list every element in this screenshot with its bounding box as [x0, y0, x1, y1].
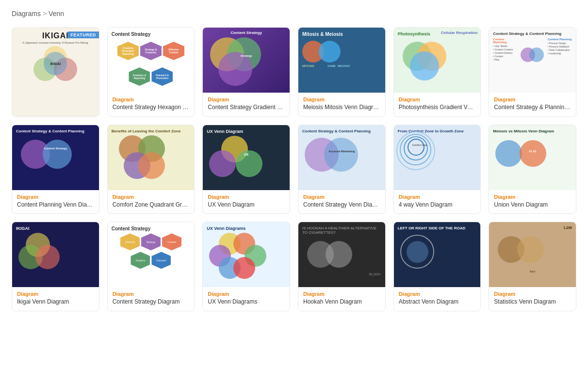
thumb-title: Content Strategy & Content Planning [302, 129, 381, 133]
card-title: Content Strategy & Planning Ve... [494, 104, 571, 112]
label-same: SAME [327, 64, 336, 67]
card-row3-2[interactable]: Content Strategy Creativity Strategy Con… [107, 222, 195, 311]
card-comfort-zone[interactable]: Benefits of Leaving the Comfort Zone Dia… [107, 125, 195, 214]
thumb-label: BBA [493, 270, 572, 273]
venn-area: 01 02 [493, 135, 572, 179]
stat: 90,000+ [302, 273, 381, 276]
venn-area [398, 39, 477, 78]
card-title: 4 way Venn Diagram [399, 201, 476, 209]
card-ikigai[interactable]: FEATURED IKIGAI A Japanese concept meani… [12, 27, 99, 117]
card-photosynthesis[interactable]: Photosynthesis Cellular Respiration Diag… [393, 27, 481, 117]
thumb-inner: UX Venn Diagram UX [203, 125, 290, 183]
label-row: MITOSIS SAME MEIOSIS [302, 64, 381, 67]
c6 [233, 257, 255, 279]
center-label: Strategy [241, 54, 252, 57]
thumb-inner: Benefits of Leaving the Comfort Zone [108, 125, 195, 183]
card-thumb: Content Strategy Strategy [203, 28, 290, 93]
card-cs-planning[interactable]: Content Strategy & Content Planning Cont… [489, 27, 576, 117]
card-meiosis[interactable]: Mitosis & Meiosis MITOSIS SAME MEIOSIS D… [298, 27, 386, 117]
columns: Content Marketing • User Needs• Content … [493, 38, 572, 62]
venn-area: Content Strategy [16, 137, 95, 171]
thumb-title: Content Strategy & Content Planning [493, 32, 572, 36]
col-marketing: Content Marketing • User Needs• Content … [493, 38, 517, 62]
thumb-title: Content Strategy [112, 32, 191, 37]
center-label: Content Strategy [44, 147, 67, 150]
card-row3-4[interactable]: IS HOOKAH A HEALTHIER ALTERNATIVE TO CIG… [298, 222, 386, 311]
card-thumb: 1,206 BBA [489, 222, 576, 287]
breadcrumb-current: Venn [49, 10, 64, 17]
card-title: Content Strategy Diagram [113, 298, 190, 306]
col-title: Content Marketing [493, 38, 517, 44]
thumb-inner: Meiosis vs Mitosis Venn Diagram 01 02 [489, 125, 576, 183]
venn-area: UX [207, 136, 286, 179]
card-row3-3[interactable]: UX Venn Diagrams Diagram UX Venn Diagram… [202, 222, 290, 311]
thumb-subtitle: A Japanese concept meaning 'A Reason For… [22, 41, 88, 44]
breadcrumb-separator: > [43, 10, 47, 17]
thumb-inner: LEFT OR RIGHT SIDE OF THE ROAD [394, 222, 481, 275]
card-cs-venn2[interactable]: Content Strategy & Content Planning Acco… [298, 125, 386, 214]
card-thumb: Content Strategy & Content Planning Acco… [298, 125, 385, 190]
card-row3-6[interactable]: 1,206 BBA Diagram Statistics Venn Diagra… [489, 222, 576, 311]
card-title: Statistics Venn Diagram [494, 298, 571, 306]
card-type: Diagram [494, 97, 571, 102]
card-content-planning-venn[interactable]: Content Strategy & Content Planning Cont… [12, 125, 99, 214]
card-type: Diagram [399, 97, 476, 102]
card-thumb: Content Strategy Creativity Promotion Re… [108, 28, 195, 93]
card-content-strategy-gradient[interactable]: Content Strategy Strategy Diagram Conten… [202, 27, 290, 117]
venn-area: Account Marketing [302, 135, 381, 179]
breadcrumb-parent[interactable]: Diagrams [12, 10, 41, 17]
col-planning: Content Planning • Process Design• Perso… [548, 38, 572, 62]
card-union-venn[interactable]: Meiosis vs Mitosis Venn Diagram 01 02 Di… [489, 125, 576, 214]
venn-center [521, 38, 545, 62]
thumb-inner: Content Strategy Creativity Strategy Con… [108, 222, 195, 273]
card-ux-venn[interactable]: UX Venn Diagram UX Diagram UX Venn Diagr… [202, 125, 290, 214]
card-type: Diagram [399, 194, 476, 200]
hex-1: Creativity [120, 233, 140, 250]
thumb-title: Content Strategy [112, 226, 191, 231]
circle-inner [407, 241, 428, 263]
card-info: Diagram Content Planning Venn Diagram [12, 190, 99, 214]
card-type: Diagram [113, 291, 190, 297]
card-content-strategy-hex[interactable]: Content Strategy Creativity Promotion Re… [107, 27, 195, 117]
col-items: • Process Design• Persona Validation• Te… [548, 42, 572, 55]
hex-strategy: Strategy & Creativity [140, 42, 162, 60]
thumb-question: IS HOOKAH A HEALTHIER ALTERNATIVE TO CIG… [302, 226, 381, 235]
card-title: Hookah Venn Diagram [303, 298, 380, 306]
zone-label: Comfort Zone [412, 144, 427, 146]
circle-right [529, 48, 544, 62]
card-title: Content Strategy Hexagon Venn... [113, 104, 190, 112]
thumb-title: IKIGAI [42, 32, 69, 40]
card-info: Diagram Ikigai Venn Diagram [12, 287, 99, 311]
venn-row [302, 41, 381, 63]
breadcrumb: Diagrams > Venn [12, 10, 576, 17]
venn-area [302, 239, 381, 273]
card-title: UX Venn Diagram [208, 201, 285, 209]
card-row3-5[interactable]: LEFT OR RIGHT SIDE OF THE ROAD Diagram A… [393, 222, 481, 311]
circle-meiosis [495, 140, 522, 167]
card-type: Diagram [17, 291, 94, 297]
card-title: Ikigai Venn Diagram [17, 298, 94, 306]
circle-3 [410, 51, 439, 81]
thumb-inner: Photosynthesis [394, 28, 481, 82]
card-info: Diagram Comfort Zone Quadrant Graph [108, 190, 195, 214]
circle-visual [236, 150, 262, 177]
card-info: Diagram Statistics Venn Diagram [489, 287, 576, 311]
venn-area [16, 233, 95, 272]
thumb-inner: UX Venn Diagrams [203, 222, 290, 280]
card-thumb: IKIGAI [12, 222, 99, 287]
label-mitosis: MITOSIS [302, 64, 321, 67]
hex-5: Outreach [151, 252, 171, 269]
card-title: Comfort Zone Quadrant Graph [113, 201, 190, 209]
thumb-inner: From Comfort Zone to Growth Zone Comfort… [394, 125, 481, 179]
overlap-label: 01 02 [529, 150, 536, 153]
card-row3-1[interactable]: IKIGAI Diagram Ikigai Venn Diagram [12, 222, 99, 311]
card-thumb: Meiosis vs Mitosis Venn Diagram 01 02 [489, 125, 576, 190]
card-title: UX Venn Diagrams [208, 298, 285, 306]
card-thumb: Content Strategy & Content Planning Cont… [12, 125, 99, 190]
thumb-inner: Content Strategy & Content Planning Cont… [12, 125, 99, 175]
card-4way-venn[interactable]: From Comfort Zone to Growth Zone Comfort… [393, 125, 481, 214]
circle-2 [517, 236, 544, 263]
card-title: Content Strategy Venn Diagram [303, 201, 380, 209]
card-type: Diagram [17, 194, 94, 200]
circle-business [209, 150, 236, 177]
